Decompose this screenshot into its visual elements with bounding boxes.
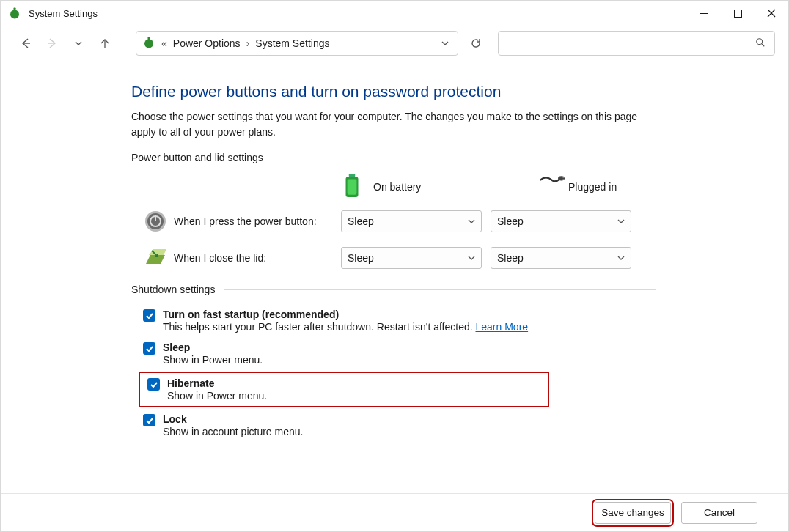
row-lid-label: When I close the lid: <box>174 252 341 264</box>
search-icon <box>755 37 766 50</box>
refresh-button[interactable] <box>464 32 488 55</box>
cb-title: Hibernate <box>167 377 215 389</box>
save-button[interactable]: Save changes <box>595 502 671 524</box>
breadcrumb-overflow[interactable]: « <box>161 37 167 49</box>
section-power-button: Power button and lid settings <box>131 152 656 163</box>
maximize-button[interactable] <box>721 1 755 26</box>
close-button[interactable] <box>755 1 788 26</box>
search-input[interactable] <box>498 31 775 56</box>
select-power-plugged[interactable]: Sleep <box>491 210 631 232</box>
cb-sleep: Sleep Show in Power menu. <box>143 339 656 369</box>
column-headers: On battery Plugged in <box>344 174 788 200</box>
power-options-icon <box>142 36 155 51</box>
svg-rect-15 <box>348 179 357 194</box>
page-description: Choose the power settings that you want … <box>131 109 652 140</box>
select-power-battery[interactable]: Sleep <box>341 210 482 232</box>
breadcrumb[interactable]: « Power Options › System Settings <box>136 31 458 56</box>
cancel-button[interactable]: Cancel <box>681 502 757 524</box>
navbar: « Power Options › System Settings <box>1 26 788 61</box>
chevron-down-icon <box>617 215 625 227</box>
breadcrumb-level2[interactable]: System Settings <box>255 37 329 49</box>
cb-title: Lock <box>163 413 187 425</box>
cb-desc-text: This helps start your PC faster after sh… <box>163 321 476 333</box>
minimize-button[interactable] <box>687 1 721 26</box>
divider <box>272 158 656 158</box>
window: System Settings <box>0 0 789 532</box>
select-lid-plugged[interactable]: Sleep <box>491 247 631 269</box>
checkbox-lock[interactable] <box>143 414 155 426</box>
col-plugged-label: Plugged in <box>568 181 617 193</box>
select-value: Sleep <box>348 252 374 264</box>
svg-rect-13 <box>349 174 356 177</box>
chevron-down-icon <box>617 252 625 264</box>
section-label: Shutdown settings <box>131 284 215 295</box>
chevron-down-icon <box>468 215 475 227</box>
cb-desc: This helps start your PC faster after sh… <box>163 321 528 333</box>
window-title: System Settings <box>29 8 98 19</box>
row-power-label: When I press the power button: <box>174 215 341 227</box>
back-button[interactable] <box>14 32 37 55</box>
section-label: Power button and lid settings <box>131 152 263 163</box>
cb-title: Sleep <box>163 341 190 353</box>
plug-icon <box>539 174 559 200</box>
svg-rect-3 <box>734 10 741 17</box>
shutdown-section: Shutdown settings Turn on fast startup (… <box>131 284 656 440</box>
svg-line-12 <box>762 43 765 46</box>
breadcrumb-level1[interactable]: Power Options <box>173 37 241 49</box>
checkbox-sleep[interactable] <box>143 342 155 355</box>
laptop-lid-icon <box>143 245 168 270</box>
recent-dropdown[interactable] <box>67 32 90 55</box>
svg-rect-1 <box>14 8 16 12</box>
section-shutdown: Shutdown settings <box>131 284 656 295</box>
power-options-icon <box>8 7 21 20</box>
titlebar: System Settings <box>1 1 788 26</box>
cb-desc: Show in Power menu. <box>167 390 267 402</box>
up-button[interactable] <box>93 32 117 55</box>
learn-more-link[interactable]: Learn More <box>476 321 529 333</box>
battery-icon <box>344 174 364 200</box>
checkbox-hibernate[interactable] <box>147 378 160 391</box>
col-battery: On battery <box>344 174 488 200</box>
row-power-button: When I press the power button: Sleep Sle… <box>143 209 788 234</box>
footer: Save changes Cancel <box>1 493 788 531</box>
col-plugged: Plugged in <box>539 174 683 200</box>
cb-title: Turn on fast startup (recommended) <box>163 309 339 320</box>
row-lid: When I close the lid: Sleep Sleep <box>143 245 788 270</box>
select-value: Sleep <box>497 252 524 264</box>
cb-fast-startup: Turn on fast startup (recommended) This … <box>143 306 656 336</box>
svg-point-11 <box>757 38 763 44</box>
svg-rect-18 <box>562 179 565 180</box>
select-lid-battery[interactable]: Sleep <box>341 247 482 269</box>
col-battery-label: On battery <box>373 181 421 193</box>
select-value: Sleep <box>497 215 524 227</box>
chevron-right-icon: › <box>246 37 250 49</box>
cb-lock: Lock Show in account picture menu. <box>143 410 656 440</box>
svg-rect-10 <box>148 37 150 41</box>
cb-desc: Show in account picture menu. <box>163 426 303 437</box>
cb-hibernate-highlighted: Hibernate Show in Power menu. <box>139 372 549 407</box>
checkbox-fast-startup[interactable] <box>143 309 155 322</box>
window-controls <box>687 1 788 26</box>
page-title: Define power buttons and turn on passwor… <box>131 83 788 100</box>
select-value: Sleep <box>348 215 374 227</box>
chevron-down-icon <box>468 252 475 264</box>
cb-desc: Show in Power menu. <box>163 354 263 366</box>
forward-button[interactable] <box>40 32 64 55</box>
content: Define power buttons and turn on passwor… <box>1 61 788 493</box>
divider <box>224 289 656 290</box>
chevron-down-icon[interactable] <box>438 37 452 49</box>
power-icon <box>143 209 168 234</box>
svg-rect-17 <box>562 177 565 178</box>
